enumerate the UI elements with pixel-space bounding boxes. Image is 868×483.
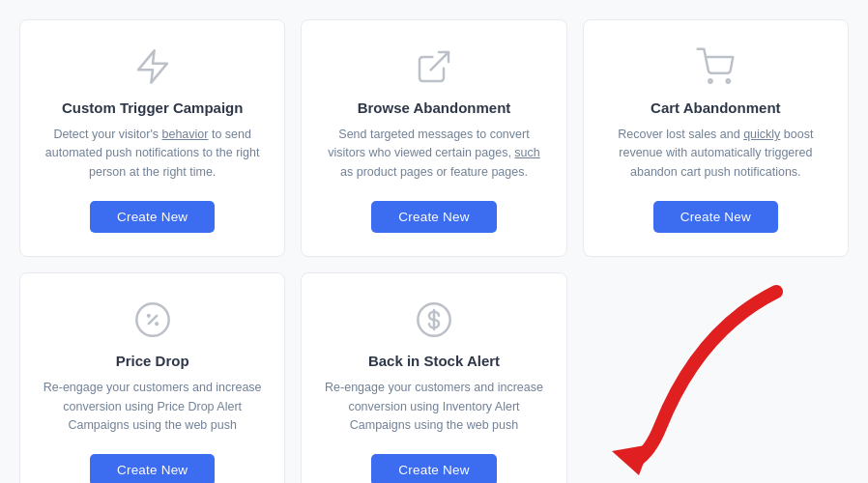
annotation-cell (583, 272, 849, 483)
svg-marker-9 (612, 444, 651, 475)
svg-point-5 (148, 315, 150, 317)
svg-point-1 (709, 79, 712, 82)
create-new-button[interactable]: Create New (371, 454, 496, 483)
card-title: Cart Abandonment (651, 99, 780, 116)
card-back-in-stock: Back in Stock Alert Re-engage your custo… (301, 272, 566, 483)
card-description: Re-engage your customers and increase co… (321, 379, 546, 435)
svg-line-0 (431, 52, 448, 70)
red-arrow-annotation (583, 272, 849, 483)
create-new-button[interactable]: Create New (90, 201, 215, 233)
dollar-icon (415, 300, 453, 339)
svg-point-2 (727, 79, 730, 82)
cart-icon (696, 47, 735, 86)
card-title: Price Drop (116, 353, 189, 369)
card-description: Recover lost sales and quickly boost rev… (603, 126, 828, 182)
card-browse-abandonment: Browse Abandonment Send targeted message… (301, 19, 566, 257)
card-description: Send targeted messages to convert visito… (321, 126, 546, 182)
lightning-icon (133, 47, 172, 86)
card-title: Custom Trigger Campaign (62, 99, 244, 116)
card-cart-abandonment: Cart Abandonment Recover lost sales and … (583, 19, 849, 257)
card-title: Back in Stock Alert (368, 353, 500, 369)
card-description: Detect your visitor's behavior to send a… (40, 126, 265, 182)
external-link-icon (415, 47, 453, 86)
create-new-button[interactable]: Create New (653, 201, 778, 233)
create-new-button[interactable]: Create New (371, 201, 496, 233)
create-new-button[interactable]: Create New (90, 454, 215, 483)
svg-point-6 (156, 323, 158, 325)
card-price-drop: Price Drop Re-engage your customers and … (19, 272, 285, 483)
card-custom-trigger: Custom Trigger Campaign Detect your visi… (19, 19, 285, 257)
card-description: Re-engage your customers and increase co… (40, 379, 265, 435)
campaign-grid: Custom Trigger Campaign Detect your visi… (19, 19, 849, 483)
percent-icon (133, 300, 172, 339)
card-title: Browse Abandonment (358, 99, 511, 116)
